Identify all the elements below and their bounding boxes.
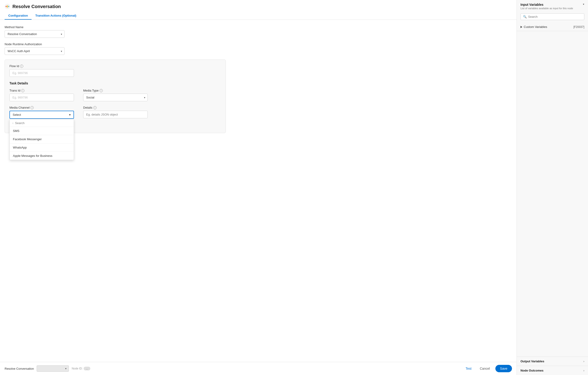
output-variables-collapsible[interactable]: Output Variables › [517,357,588,366]
trans-id-input[interactable] [10,94,74,101]
flow-id-section: Flow Id i [10,64,221,77]
auth-select-wrapper: WxCC Auth April ▾ [5,47,64,55]
dropdown-search-input[interactable] [15,121,72,125]
input-variables-subtitle: List of variables available as input for… [521,7,573,10]
svg-rect-5 [9,6,9,7]
auth-select[interactable]: WxCC Auth April [5,47,64,55]
method-name-select-wrapper: Resolve Conversation ▾ [5,30,64,38]
dropdown-search-icon: ○ [12,121,14,125]
right-panel: Input Variables List of variables availa… [516,0,588,375]
input-variables-search-input[interactable] [528,15,582,18]
node-id-label: Node ID: [72,367,83,370]
custom-variables-row[interactable]: Custom Variables [F20037] [517,23,588,31]
media-type-select-wrapper: Social Email Chat Voice ▾ [83,94,148,101]
dropdown-item-facebook[interactable]: Facebook Messenger [10,135,74,143]
dropdown-item-apple[interactable]: Apple Messages for Business [10,152,74,160]
svg-rect-4 [8,6,9,7]
dropdown-item-whatsapp[interactable]: WhatsApp [10,143,74,152]
footer-node-id: Node ID: ... [72,367,90,370]
svg-rect-1 [6,6,6,7]
auth-label: Node Runtime Authorization [5,43,512,46]
input-variables-search-box: 🔍 [521,13,584,20]
input-variables-section: Input Variables List of variables availa… [517,0,588,31]
media-type-info-icon: i [100,89,103,92]
custom-variables-badge: [F20037] [574,25,584,29]
node-id-value: ... [84,367,90,370]
tab-transition-actions[interactable]: Transition Actions (Optional) [32,12,80,20]
details-input[interactable] [83,111,148,118]
output-variables-title: Output Variables [521,360,544,363]
footer-node-label: Resolve Conversation [5,367,34,370]
cancel-button[interactable]: Cancel [477,365,493,372]
task-details-title: Task Details [10,81,221,85]
flow-id-info-icon: i [20,65,23,68]
media-channel-chevron-icon: ▾ [69,113,71,116]
trans-id-info-icon: i [21,89,24,92]
auth-section: Node Runtime Authorization WxCC Auth Apr… [5,43,512,55]
method-name-section: Method Name Resolve Conversation ▾ [5,25,512,38]
trans-id-label: Trans Id [10,89,20,92]
save-button[interactable]: Save [495,365,512,372]
trans-media-row: Trans Id i Media Type i Social [10,89,221,101]
footer-bar: Resolve Conversation ▾ Node ID: ... Test… [0,362,516,375]
media-channel-label: Media Channel [10,106,30,109]
flow-id-label: Flow Id [10,64,19,68]
media-type-select[interactable]: Social Email Chat Voice [83,94,148,101]
media-channel-dropdown: ○ SMS Facebook Messenger WhatsApp Apple … [10,119,74,160]
page-title: Resolve Conversation [12,4,61,9]
media-channel-details-row: Media Channel i Select ▾ ○ [10,106,221,119]
details-info-icon: i [93,106,96,109]
footer-right: Test Cancel Save [463,365,512,372]
trans-id-group: Trans Id i [10,89,74,101]
output-variables-chevron-icon: › [583,360,584,363]
media-channel-group: Media Channel i Select ▾ ○ [10,106,74,119]
media-channel-info-icon: i [31,106,34,109]
svg-rect-2 [6,6,7,7]
footer-select[interactable] [37,365,69,372]
tabs-container: Configuration Transition Actions (Option… [5,12,512,20]
custom-variables-label: Custom Variables [524,25,547,29]
header: Resolve Conversation Configuration Trans… [0,0,516,20]
right-panel-spacer [517,31,588,357]
input-variables-collapse-icon[interactable]: ▾ [583,3,584,6]
flow-id-label-row: Flow Id i [10,64,221,68]
test-button[interactable]: Test [463,365,474,372]
svg-rect-3 [7,5,8,8]
media-type-group: Media Type i Social Email Chat Voice ▾ [83,89,148,101]
card-section: Flow Id i Task Details Trans Id i [5,59,226,133]
node-outcomes-collapsible[interactable]: Node Outcomes › [517,366,588,375]
content-area: Method Name Resolve Conversation ▾ Node … [0,20,516,362]
node-outcomes-chevron-icon: › [583,369,584,372]
dropdown-search-row: ○ [10,120,74,127]
footer-left: Resolve Conversation ▾ Node ID: ... [5,365,90,372]
media-type-label: Media Type [83,89,99,92]
method-name-label: Method Name [5,25,512,29]
search-icon: 🔍 [523,15,527,18]
node-outcomes-title: Node Outcomes [521,369,544,372]
details-label: Details [83,106,92,109]
footer-select-wrapper: ▾ [37,365,69,372]
method-name-select[interactable]: Resolve Conversation [5,30,64,38]
dropdown-item-sms[interactable]: SMS [10,127,74,135]
flow-id-input[interactable] [10,69,74,77]
media-channel-value: Select [13,113,21,116]
tab-configuration[interactable]: Configuration [5,12,32,20]
custom-variables-expand-icon [521,26,522,28]
input-variables-header: Input Variables List of variables availa… [517,0,588,12]
media-channel-select-trigger[interactable]: Select ▾ [10,111,74,119]
details-group: Details i [83,106,148,118]
input-variables-title: Input Variables [521,3,573,6]
cisco-logo-icon [5,4,10,9]
